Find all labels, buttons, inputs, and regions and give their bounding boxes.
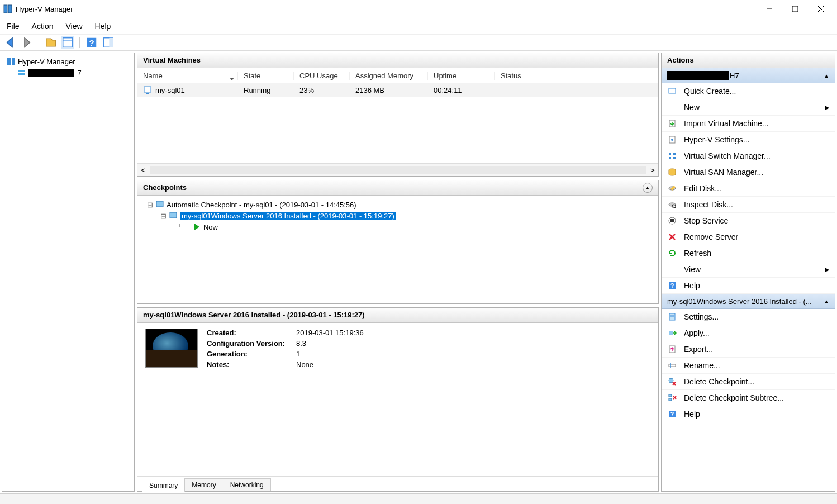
k-created: Created: [207,329,296,337]
svg-rect-50 [669,394,672,397]
expand-icon[interactable]: ⊟ [146,201,153,209]
menu-file[interactable]: File [7,22,20,31]
action-host-inspect-disk[interactable]: Inspect Disk... [662,197,835,213]
col-name[interactable]: Name [137,72,238,80]
col-status[interactable]: Status [495,72,658,80]
col-cpu[interactable]: CPU Usage [294,72,350,80]
action-ck-rename[interactable]: Rename... [662,358,835,374]
scroll-left-icon[interactable]: < [137,166,149,174]
action-host-hyper-v-settings[interactable]: Hyper-V Settings... [662,132,835,148]
v-gen: 1 [296,350,364,358]
action-host-remove-server[interactable]: Remove Server [662,229,835,245]
chevron-right-icon: ▶ [825,266,829,273]
menu-view[interactable]: View [65,22,82,31]
edit-disk-icon [667,183,677,193]
checkpoint-root[interactable]: ⊟ Automatic Checkpoint - my-sql01 - (201… [142,199,654,210]
action-host-refresh[interactable]: Refresh [662,245,835,261]
svg-rect-21 [670,94,674,94]
tab-memory[interactable]: Memory [184,478,223,491]
menu-help[interactable]: Help [95,22,111,31]
show-hide-tree-button[interactable] [44,36,58,49]
vsan-icon [667,167,677,177]
detail-pane: my-sql01Windows Server 2016 Installed - … [137,307,659,492]
refresh-icon [667,248,677,258]
svg-rect-45 [669,364,676,367]
action-host-quick-create[interactable]: Quick Create... [662,83,835,99]
virtual-machines-header: Virtual Machines [137,53,658,68]
properties-button[interactable] [61,36,74,49]
action-host-import-virtual-machine[interactable]: Import Virtual Machine... [662,116,835,132]
help-button[interactable]: ? [85,36,98,49]
action-host-virtual-switch-manager[interactable]: Virtual Switch Manager... [662,148,835,164]
collapse-icon[interactable]: ▲ [643,183,653,193]
settings2-icon [667,312,677,322]
svg-rect-25 [669,153,671,155]
checkpoints-title: Checkpoints [143,180,187,195]
vm-scrollbar[interactable]: < > [137,163,658,176]
checkpoint-now[interactable]: └── Now [142,221,654,232]
svg-rect-35 [670,219,674,222]
actions-checkpoint-group[interactable]: my-sql01Windows Server 2016 Installed - … [662,294,835,309]
server-icon [17,68,26,77]
action-host-help[interactable]: ?Help [662,278,835,294]
menu-action[interactable]: Action [32,22,54,31]
action-label: Rename... [684,361,720,370]
close-button[interactable] [808,0,834,18]
actions-checkpoint-title: my-sql01Windows Server 2016 Installed - … [667,297,824,306]
col-mem[interactable]: Assigned Memory [350,72,428,80]
action-host-edit-disk[interactable]: Edit Disk... [662,180,835,197]
blank-icon [667,264,677,274]
collapse-icon[interactable]: ▲ [824,73,829,79]
action-label: Virtual Switch Manager... [684,151,771,160]
svg-text:?: ? [89,38,94,47]
show-action-pane-button[interactable] [102,36,115,49]
action-label: Refresh [684,249,711,258]
expand-icon[interactable]: ⊟ [160,212,167,220]
svg-rect-11 [109,38,113,47]
col-uptime[interactable]: Uptime [428,72,495,80]
vm-cpu: 23% [294,86,350,94]
action-host-view[interactable]: View▶ [662,261,835,278]
action-ck-settings[interactable]: Settings... [662,309,835,325]
back-button[interactable] [3,36,17,49]
checkpoint-selected[interactable]: ⊟ my-sql01Windows Server 2016 Installed … [142,210,654,221]
svg-rect-1 [8,5,12,13]
tree-host[interactable]: 7 [3,68,133,78]
action-label: Delete Checkpoint Subtree... [684,393,784,402]
minimize-button[interactable] [757,0,782,18]
checkpoint-now-label: Now [203,223,218,231]
toolbar: ? [0,35,837,51]
action-ck-help[interactable]: ?Help [662,406,835,422]
action-host-stop-service[interactable]: Stop Service [662,213,835,229]
action-ck-export[interactable]: Export... [662,341,835,358]
action-ck-delete-checkpoint-subtree[interactable]: Delete Checkpoint Subtree... [662,390,835,406]
host-suffix: H7 [730,72,739,80]
action-ck-delete-checkpoint[interactable]: Delete Checkpoint... [662,374,835,390]
vm-uptime: 00:24:11 [428,86,495,94]
tab-networking[interactable]: Networking [223,478,271,491]
navigation-tree[interactable]: Hyper-V Manager 7 [2,53,135,492]
k-gen: Generation: [207,350,296,358]
settings-icon [667,135,677,145]
action-host-virtual-san-manager[interactable]: Virtual SAN Manager... [662,164,835,180]
actions-host-group[interactable]: H7 ▲ [662,68,835,83]
action-label: New [684,103,700,112]
scroll-right-icon[interactable]: > [647,166,658,174]
maximize-button[interactable] [782,0,808,18]
tab-summary[interactable]: Summary [142,479,185,492]
checkpoints-header: Checkpoints ▲ [137,180,658,196]
collapse-icon[interactable]: ▲ [824,298,829,305]
svg-rect-0 [4,5,7,13]
col-state[interactable]: State [238,72,294,80]
action-label: Virtual SAN Manager... [684,168,763,177]
vm-row[interactable]: my-sql01 Running 23% 2136 MB 00:24:11 [137,83,658,97]
forward-button[interactable] [20,36,34,49]
action-label: Apply... [684,329,710,337]
action-label: Inspect Disk... [684,200,733,209]
tree-root[interactable]: Hyper-V Manager [3,56,133,66]
svg-line-33 [675,207,676,208]
inspect-disk-icon [667,199,677,210]
svg-rect-20 [669,88,676,93]
action-host-new[interactable]: New▶ [662,99,835,116]
action-ck-apply[interactable]: Apply... [662,325,835,341]
